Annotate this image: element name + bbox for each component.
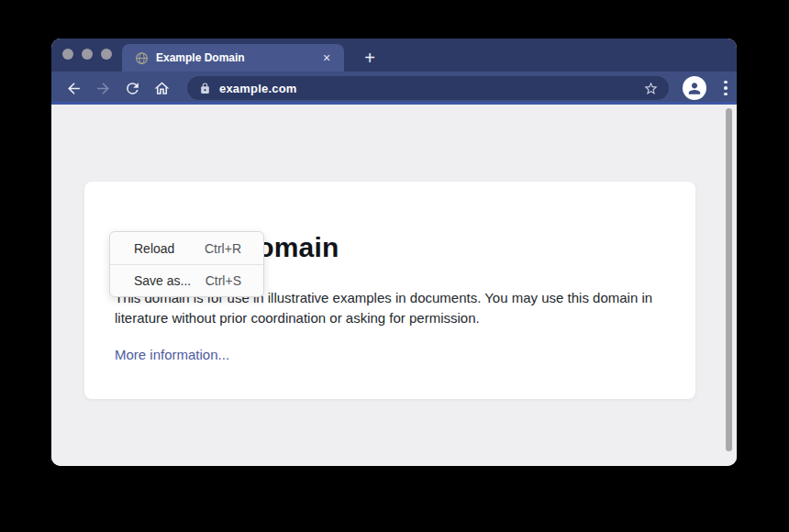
browser-tab[interactable]: Example Domain × — [122, 44, 344, 72]
star-icon — [643, 81, 659, 96]
kebab-dot — [724, 93, 728, 96]
forward-button[interactable] — [88, 74, 117, 102]
window-maximize-button[interactable] — [101, 49, 112, 60]
kebab-dot — [724, 81, 728, 84]
reload-icon — [124, 80, 141, 97]
avatar-icon — [685, 79, 704, 97]
scrollbar-thumb[interactable] — [726, 108, 732, 451]
browser-toolbar: example.com — [51, 72, 737, 105]
tab-title: Example Domain — [156, 51, 318, 64]
home-icon — [153, 80, 171, 97]
kebab-dot — [724, 86, 728, 90]
desktop-background: Example Domain × + — [0, 0, 789, 532]
profile-button[interactable] — [683, 76, 706, 100]
globe-icon — [135, 51, 149, 65]
window-close-button[interactable] — [62, 49, 73, 60]
forward-icon — [94, 80, 112, 97]
browser-window: Example Domain × + — [51, 39, 737, 466]
more-information-link[interactable]: More information... — [115, 347, 229, 362]
tab-strip: Example Domain × + — [51, 39, 737, 72]
url-text: example.com — [219, 82, 641, 95]
home-button[interactable] — [147, 74, 176, 102]
page-viewport: Example Domain This domain is for use in… — [51, 105, 737, 466]
address-bar[interactable]: example.com — [187, 76, 669, 100]
menu-item-shortcut: Ctrl+R — [205, 241, 241, 256]
back-button[interactable] — [59, 74, 88, 102]
lock-icon — [199, 83, 211, 94]
context-menu: Reload Ctrl+R Save as... Ctrl+S — [109, 231, 264, 297]
reload-button[interactable] — [117, 74, 147, 102]
browser-menu-button[interactable] — [716, 76, 736, 100]
new-tab-button[interactable]: + — [354, 44, 385, 72]
menu-item-label: Save as... — [134, 273, 191, 288]
back-icon — [65, 80, 83, 97]
window-minimize-button[interactable] — [82, 49, 93, 60]
tab-close-icon[interactable]: × — [318, 50, 335, 66]
menu-item-label: Reload — [134, 241, 174, 256]
bookmark-button[interactable] — [641, 79, 660, 97]
context-menu-item-save-as[interactable]: Save as... Ctrl+S — [110, 264, 263, 296]
menu-item-shortcut: Ctrl+S — [206, 273, 241, 288]
context-menu-item-reload[interactable]: Reload Ctrl+R — [110, 232, 263, 264]
